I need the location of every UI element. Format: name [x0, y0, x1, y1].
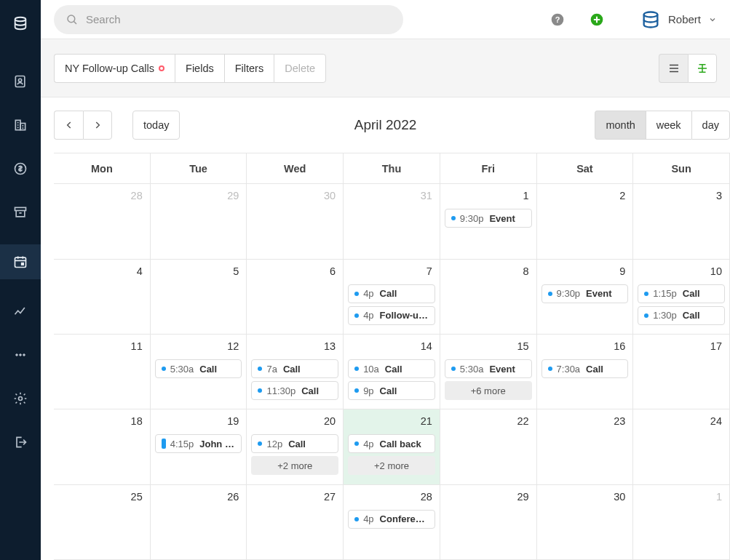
user-menu[interactable]: Robert	[640, 9, 717, 30]
fields-button[interactable]: Fields	[175, 54, 224, 83]
view-name-button[interactable]: NY Follow-up Calls	[54, 54, 175, 83]
more-events-chip[interactable]: +6 more	[445, 381, 532, 400]
day-cell[interactable]: 18	[54, 409, 151, 484]
more-icon[interactable]	[0, 343, 41, 367]
day-cell[interactable]: 99:30pEvent	[537, 260, 634, 335]
fields-label: Fields	[186, 63, 214, 74]
timeline-layout-button[interactable]	[688, 54, 717, 83]
day-number: 18	[131, 415, 143, 427]
day-cell[interactable]: 1	[633, 485, 730, 560]
deals-icon[interactable]	[0, 157, 41, 180]
day-cell[interactable]: 27	[247, 485, 344, 560]
event-chip[interactable]: 7aCall	[251, 359, 338, 378]
more-events-chip[interactable]: +2 more	[251, 456, 338, 475]
more-events-chip[interactable]: +2 more	[348, 456, 435, 475]
day-cell[interactable]: 29	[151, 184, 247, 259]
day-number: 19	[227, 415, 239, 427]
day-cell[interactable]: 31	[344, 184, 440, 259]
delete-button[interactable]: Delete	[274, 54, 326, 83]
add-icon[interactable]	[590, 12, 604, 27]
list-layout-button[interactable]	[659, 54, 688, 83]
user-avatar-icon	[640, 9, 661, 30]
day-cell[interactable]: 1410aCall9pCall	[344, 335, 440, 409]
event-title: Call	[301, 385, 319, 396]
day-cell[interactable]: 3	[633, 184, 730, 259]
day-cell[interactable]: 17	[633, 335, 730, 409]
event-chip[interactable]: 12pCall	[251, 434, 338, 453]
day-cell[interactable]: 30	[247, 184, 344, 259]
day-cell[interactable]: 22	[440, 409, 537, 484]
help-icon[interactable]: ?	[550, 12, 565, 27]
event-chip[interactable]: 1:30pCall	[638, 306, 725, 325]
event-chip[interactable]: 9pCall	[348, 381, 435, 400]
day-cell[interactable]: 23	[537, 409, 634, 484]
day-cell[interactable]: 8	[440, 260, 537, 335]
range-day-button[interactable]: day	[691, 111, 730, 140]
day-cell[interactable]: 28	[54, 184, 151, 259]
day-cell[interactable]: 30	[537, 485, 634, 560]
month-nav-group	[54, 111, 112, 140]
settings-icon[interactable]	[0, 387, 41, 410]
day-cell[interactable]: 6	[247, 260, 344, 335]
event-chip[interactable]: 4:15pJohn t…	[155, 434, 242, 453]
day-cell[interactable]: 167:30aCall	[537, 335, 634, 409]
event-chip[interactable]: 4pConfere…	[348, 510, 435, 529]
prev-month-button[interactable]	[54, 111, 83, 140]
logout-icon[interactable]	[0, 431, 41, 454]
day-number: 10	[710, 265, 722, 277]
event-dot-icon	[548, 367, 552, 371]
day-cell[interactable]: 4	[54, 260, 151, 335]
reports-icon[interactable]	[0, 300, 41, 323]
archive-icon[interactable]	[0, 201, 41, 224]
day-cell[interactable]: 2012pCall+2 more	[247, 409, 344, 484]
day-cell[interactable]: 137aCall11:30pCall	[247, 335, 344, 409]
event-chip[interactable]: 5:30aCall	[155, 359, 242, 378]
search-input[interactable]	[86, 13, 392, 25]
day-cell[interactable]: 284pConfere…	[344, 485, 440, 560]
day-cell[interactable]: 101:15pCall1:30pCall	[633, 260, 730, 335]
svg-point-0	[15, 17, 26, 22]
contacts-icon[interactable]	[0, 70, 41, 93]
day-cell[interactable]: 29	[440, 485, 537, 560]
day-cell[interactable]: 74pCall4pFollow-u…	[344, 260, 440, 335]
day-cell[interactable]: 24	[633, 409, 730, 484]
day-cell[interactable]: 26	[151, 485, 247, 560]
event-dot-icon	[354, 441, 359, 446]
range-month-button[interactable]: month	[595, 111, 645, 140]
range-select-group: month week day	[595, 111, 730, 140]
filters-button[interactable]: Filters	[224, 54, 274, 83]
calendar-icon[interactable]	[0, 244, 41, 279]
search-box[interactable]	[54, 5, 403, 34]
day-number: 24	[710, 415, 722, 427]
day-cell[interactable]: 11	[54, 335, 151, 409]
next-month-button[interactable]	[83, 111, 112, 140]
companies-icon[interactable]	[0, 113, 41, 137]
event-chip[interactable]: 4pCall	[348, 284, 435, 303]
day-cell[interactable]: 125:30aCall	[151, 335, 247, 409]
event-chip[interactable]: 9:30pEvent	[445, 209, 532, 228]
day-cell[interactable]: 2	[537, 184, 634, 259]
event-chip[interactable]: 1:15pCall	[638, 284, 725, 303]
day-cell[interactable]: 194:15pJohn t…	[151, 409, 247, 484]
event-chip[interactable]: 10aCall	[348, 359, 435, 378]
event-dot-icon	[354, 313, 359, 318]
event-dot-icon	[354, 367, 359, 371]
event-chip[interactable]: 9:30pEvent	[541, 284, 629, 303]
day-number: 30	[324, 190, 336, 201]
day-cell[interactable]: 25	[54, 485, 151, 560]
event-chip[interactable]: 11:30pCall	[251, 381, 338, 400]
day-cell[interactable]: 155:30aEvent+6 more	[440, 335, 537, 409]
day-cell[interactable]: 214pCall back+2 more	[344, 409, 440, 484]
event-title: Follow-u…	[380, 310, 428, 321]
day-number: 28	[131, 190, 143, 201]
event-chip[interactable]: 7:30aCall	[541, 359, 629, 378]
list-layout-icon	[667, 62, 681, 75]
event-chip[interactable]: 4pFollow-u…	[348, 306, 435, 325]
today-button[interactable]: today	[132, 111, 180, 140]
day-cell[interactable]: 19:30pEvent	[440, 184, 537, 259]
day-cell[interactable]: 5	[151, 260, 247, 335]
range-week-button[interactable]: week	[646, 111, 691, 140]
app-logo-icon[interactable]	[0, 12, 41, 35]
event-chip[interactable]: 4pCall back	[348, 434, 435, 453]
event-chip[interactable]: 5:30aEvent	[445, 359, 532, 378]
